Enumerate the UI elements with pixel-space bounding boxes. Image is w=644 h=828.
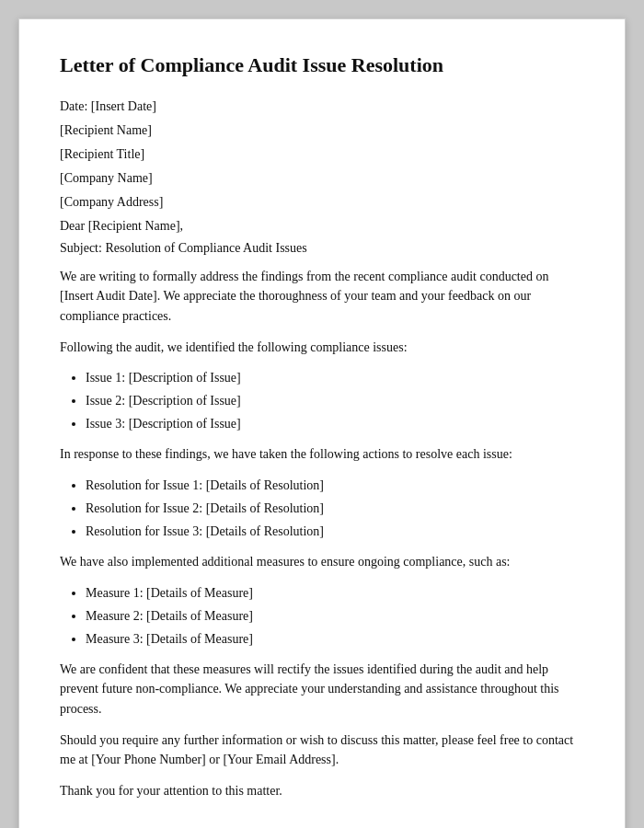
date-field: Date: [Insert Date] (60, 99, 584, 114)
list-item: Measure 2: [Details of Measure] (86, 606, 584, 626)
recipient-name-field: [Recipient Name] (60, 123, 584, 138)
paragraph-2: Following the audit, we identified the f… (60, 338, 584, 358)
paragraph-4: We have also implemented additional meas… (60, 552, 584, 572)
paragraph-6: Should you require any further informati… (60, 730, 584, 770)
paragraph-7: Thank you for your attention to this mat… (60, 781, 584, 801)
subject-line: Subject: Resolution of Compliance Audit … (60, 241, 584, 256)
list-item: Issue 2: [Description of Issue] (86, 391, 584, 410)
issues-list: Issue 1: [Description of Issue] Issue 2:… (86, 368, 584, 433)
letter-title: Letter of Compliance Audit Issue Resolut… (60, 52, 584, 79)
list-item: Resolution for Issue 1: [Details of Reso… (86, 476, 584, 495)
paragraph-5: We are confident that these measures wil… (60, 660, 584, 719)
paragraph-1: We are writing to formally address the f… (60, 267, 584, 327)
company-address-field: [Company Address] (60, 195, 584, 210)
list-item: Issue 3: [Description of Issue] (86, 414, 584, 433)
list-item: Issue 1: [Description of Issue] (86, 368, 584, 387)
list-item: Resolution for Issue 2: [Details of Reso… (86, 499, 584, 518)
list-item: Measure 1: [Details of Measure] (86, 583, 584, 603)
salutation: Dear [Recipient Name], (60, 219, 584, 234)
resolutions-list: Resolution for Issue 1: [Details of Reso… (86, 476, 584, 541)
company-name-field: [Company Name] (60, 171, 584, 186)
measures-list: Measure 1: [Details of Measure] Measure … (86, 583, 584, 649)
recipient-title-field: [Recipient Title] (60, 147, 584, 162)
letter-document: Letter of Compliance Audit Issue Resolut… (18, 18, 626, 828)
list-item: Measure 3: [Details of Measure] (86, 629, 584, 649)
list-item: Resolution for Issue 3: [Details of Reso… (86, 522, 584, 541)
paragraph-3: In response to these findings, we have t… (60, 444, 584, 465)
